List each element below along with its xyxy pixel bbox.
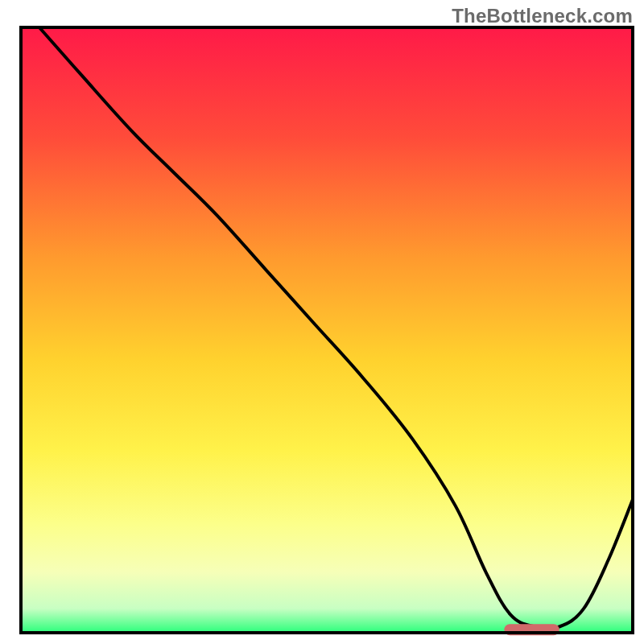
bottleneck-chart xyxy=(0,0,644,644)
plot-area xyxy=(21,27,633,635)
watermark-text: TheBottleneck.com xyxy=(452,5,633,27)
chart-container: { "watermark": "TheBottleneck.com", "cha… xyxy=(0,0,644,644)
gradient-background xyxy=(21,27,633,633)
